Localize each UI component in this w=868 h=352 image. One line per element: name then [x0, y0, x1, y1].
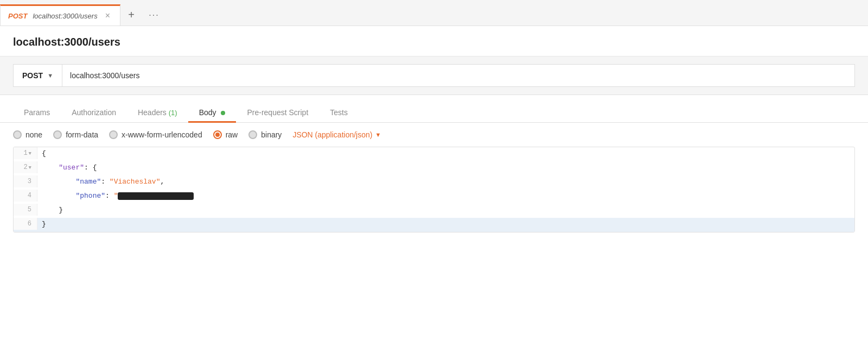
tab-badge: (1)	[169, 109, 177, 117]
radio-option-binary[interactable]: binary	[248, 130, 282, 139]
tab-item-headers[interactable]: Headers (1)	[127, 103, 188, 122]
line-number: 1▼	[14, 147, 37, 159]
radio-label-x-www-form-urlencoded: x-www-form-urlencoded	[122, 130, 202, 139]
code-line: 4 "phone": "	[14, 190, 854, 204]
tab-item-pre-request[interactable]: Pre-request Script	[236, 103, 319, 122]
radio-option-none[interactable]: none	[13, 130, 42, 139]
tab-item-authorization[interactable]: Authorization	[61, 103, 127, 122]
method-chevron-icon: ▼	[47, 72, 53, 79]
code-editor[interactable]: 1▼{2▼ "user": {3 "name": "Viacheslav",4 …	[13, 147, 855, 232]
tab-item-body[interactable]: Body	[188, 103, 237, 122]
line-content: "phone": "	[37, 190, 198, 202]
code-line: 5 }	[14, 204, 854, 218]
method-label: POST	[22, 71, 43, 80]
url-input[interactable]	[62, 64, 855, 87]
method-select[interactable]: POST ▼	[13, 64, 62, 87]
line-content: }	[37, 204, 67, 216]
radio-circle-raw	[213, 130, 222, 139]
tab-close-button[interactable]: ×	[103, 10, 112, 22]
redacted-value	[118, 192, 194, 200]
radio-circle-x-www-form-urlencoded	[109, 130, 118, 139]
radio-label-form-data: form-data	[66, 130, 98, 139]
radio-option-x-www-form-urlencoded[interactable]: x-www-form-urlencoded	[109, 130, 202, 139]
line-number: 6	[14, 218, 37, 230]
code-line: 3 "name": "Viacheslav",	[14, 175, 854, 190]
line-toggle-icon[interactable]: ▼	[29, 151, 31, 156]
code-line: 1▼{	[14, 147, 854, 161]
json-type-select[interactable]: JSON (application/json)▼	[292, 130, 381, 139]
tab-dot	[221, 111, 225, 115]
code-line: 6}	[14, 218, 854, 232]
json-type-label: JSON (application/json)	[292, 130, 372, 139]
page-title: localhost:3000/users	[13, 36, 120, 48]
line-content: "user": {	[37, 161, 101, 174]
tab-item-tests[interactable]: Tests	[319, 103, 359, 122]
radio-option-form-data[interactable]: form-data	[53, 130, 98, 139]
line-content: }	[37, 218, 50, 230]
tab-bar: POST localhost:3000/users × + ···	[0, 0, 868, 26]
line-content: "name": "Viacheslav",	[37, 175, 169, 188]
line-number: 3	[14, 175, 37, 187]
json-type-chevron-icon: ▼	[375, 131, 381, 138]
page-header: localhost:3000/users	[0, 26, 868, 56]
line-number: 5	[14, 204, 37, 216]
request-bar: POST ▼	[0, 56, 868, 95]
tab-more-button[interactable]: ···	[142, 4, 166, 26]
tab-method: POST	[8, 12, 27, 20]
code-line: 2▼ "user": {	[14, 161, 854, 175]
tab-add-button[interactable]: +	[120, 4, 142, 26]
line-content: {	[37, 147, 50, 160]
body-options: noneform-datax-www-form-urlencodedrawbin…	[0, 123, 868, 147]
radio-option-raw[interactable]: raw	[213, 130, 238, 139]
tab-url: localhost:3000/users	[33, 12, 97, 20]
active-tab[interactable]: POST localhost:3000/users ×	[0, 4, 120, 26]
line-number: 4	[14, 190, 37, 202]
tabs-row: ParamsAuthorizationHeaders (1)Body Pre-r…	[0, 95, 868, 123]
radio-circle-none	[13, 130, 22, 139]
radio-label-raw: raw	[226, 130, 238, 139]
radio-label-binary: binary	[261, 130, 282, 139]
radio-circle-binary	[248, 130, 257, 139]
line-number: 2▼	[14, 161, 37, 173]
line-toggle-icon[interactable]: ▼	[29, 165, 31, 171]
radio-circle-form-data	[53, 130, 62, 139]
radio-label-none: none	[25, 130, 42, 139]
tab-item-params[interactable]: Params	[13, 103, 61, 122]
